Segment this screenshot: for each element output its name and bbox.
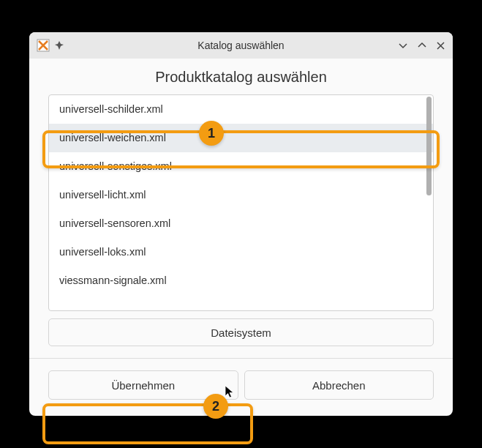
app-icon [37, 39, 50, 52]
minimize-icon[interactable] [398, 40, 408, 51]
dialog-content: Produktkatalog auswählen universell-schi… [29, 59, 453, 416]
annotation-highlight-2: 2 [42, 403, 253, 444]
list-item[interactable]: universell-licht.xml [49, 181, 433, 209]
maximize-icon[interactable] [417, 40, 427, 51]
pin-icon[interactable] [54, 40, 64, 51]
list-item[interactable]: universell-loks.xml [49, 238, 433, 266]
cancel-button[interactable]: Abbrechen [244, 370, 434, 400]
apply-button[interactable]: Übernehmen [48, 370, 238, 400]
dialog-window: Katalog auswählen Produktkatalog auswähl… [29, 32, 453, 416]
filesystem-button[interactable]: Dateisystem [48, 318, 434, 346]
catalog-listbox: universell-schilder.xml universell-weich… [48, 94, 434, 311]
list-item[interactable]: universell-schilder.xml [49, 95, 433, 124]
action-row: Übernehmen Abbrechen [48, 370, 434, 400]
window-controls [398, 40, 445, 51]
scrollbar-thumb[interactable] [426, 97, 432, 195]
list-item[interactable]: universell-sonstiges.xml [49, 152, 433, 181]
list-item[interactable]: universell-weichen.xml [49, 124, 433, 152]
list-item[interactable]: universell-sensoren.xml [49, 209, 433, 238]
divider [29, 358, 453, 359]
titlebar: Katalog auswählen [29, 32, 453, 59]
window-title: Katalog auswählen [197, 40, 284, 51]
close-icon[interactable] [436, 41, 445, 51]
list-scroll-area[interactable]: universell-schilder.xml universell-weich… [49, 95, 433, 310]
dialog-heading: Produktkatalog auswählen [48, 69, 434, 86]
list-item[interactable]: viessmann-signale.xml [49, 266, 433, 295]
titlebar-left [37, 39, 64, 52]
